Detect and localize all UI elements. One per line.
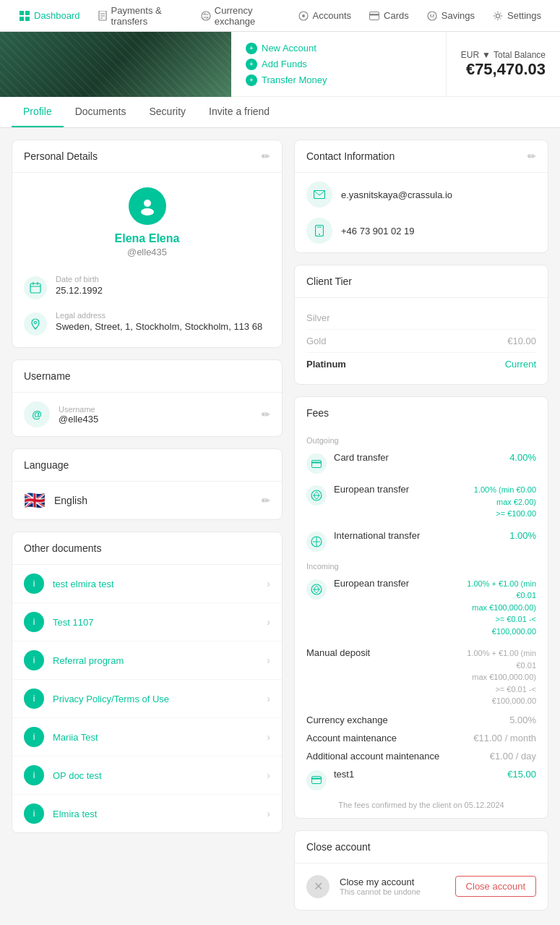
tier-gold-amount: €10.00 xyxy=(507,336,536,346)
doc-item-5[interactable]: i OP doc test › xyxy=(12,756,282,795)
fees-title: Fees xyxy=(306,407,329,419)
fee-manual-deposit: Manual deposit 1.00% + €1.00 (min €0.01 … xyxy=(306,647,536,707)
address-row: Legal address Sweden, Street, 1, Stockho… xyxy=(24,311,270,336)
personal-details-header: Personal Details ✏ xyxy=(12,140,282,173)
right-column: Contact Information ✏ e.yasnitskaya@cras… xyxy=(294,140,548,911)
phone-value: +46 73 901 02 19 xyxy=(341,226,415,236)
doc-chevron-1: › xyxy=(267,616,270,628)
doc-icon-4: i xyxy=(24,727,44,747)
language-header: Language xyxy=(12,449,282,482)
contact-info-header: Contact Information ✏ xyxy=(295,140,548,173)
tab-profile[interactable]: Profile xyxy=(12,97,64,127)
svg-point-18 xyxy=(141,208,154,216)
phone-row: +46 73 901 02 19 xyxy=(306,218,536,244)
fee-additional-amount: €1.00 / day xyxy=(490,751,536,762)
doc-item-1[interactable]: i Test 1107 › xyxy=(12,603,282,641)
dob-info: Date of birth 25.12.1992 xyxy=(56,275,103,296)
fee-european-in-name: European transfer xyxy=(334,578,442,589)
add-funds-icon: + xyxy=(246,59,257,70)
tab-documents[interactable]: Documents xyxy=(64,97,138,127)
banner-quick-actions: + New Account + Add Funds + Transfer Mon… xyxy=(231,32,446,97)
fee-additional-maintenance: Additional account maintenance €1.00 / d… xyxy=(306,751,536,762)
dob-label: Date of birth xyxy=(56,275,103,284)
fee-intl-name: International transfer xyxy=(334,530,442,541)
fee-european-out-amount: 1.00% (min €0.00 max €2.00) >= €100.00 xyxy=(449,484,536,520)
doc-item-4[interactable]: i Mariia Test › xyxy=(12,718,282,756)
svg-rect-2 xyxy=(20,17,24,21)
incoming-label: Incoming xyxy=(306,562,536,571)
email-row: e.yasnitskaya@crassula.io xyxy=(306,182,536,208)
fee-manual-amount: 1.00% + €1.00 (min €0.01 max €100,000.00… xyxy=(449,647,536,707)
profile-tabs: Profile Documents Security Invite a frie… xyxy=(0,97,560,128)
svg-point-10 xyxy=(302,14,305,17)
calendar-icon xyxy=(24,276,47,299)
fee-maintenance-amount: €11.00 / month xyxy=(473,733,536,743)
svg-point-15 xyxy=(433,14,434,16)
nav-cards[interactable]: Cards xyxy=(361,6,416,26)
username-header: Username xyxy=(12,360,282,393)
language-title: Language xyxy=(24,459,69,471)
username-card: Username @ Username @elle435 ✏ xyxy=(12,359,283,437)
tab-invite[interactable]: Invite a friend xyxy=(197,97,281,127)
new-account-action[interactable]: + New Account xyxy=(246,43,431,54)
close-account-section-title: Close account xyxy=(306,841,371,853)
doc-chevron-4: › xyxy=(267,731,270,743)
at-icon: @ xyxy=(24,401,50,427)
nav-cards-label: Cards xyxy=(384,10,409,21)
nav-settings[interactable]: Settings xyxy=(485,6,548,26)
doc-item-2[interactable]: i Referral program › xyxy=(12,641,282,680)
new-account-label: New Account xyxy=(262,43,316,54)
svg-rect-0 xyxy=(20,11,24,15)
fee-intl-amount: 1.00% xyxy=(449,530,536,541)
svg-rect-28 xyxy=(312,460,322,467)
username-edit-icon[interactable]: ✏ xyxy=(262,409,270,420)
doc-chevron-5: › xyxy=(267,770,270,781)
contact-edit-icon[interactable]: ✏ xyxy=(527,150,536,162)
other-documents-title: Other documents xyxy=(24,542,101,554)
add-funds-action[interactable]: + Add Funds xyxy=(246,59,431,70)
close-account-title: Close my account xyxy=(340,877,445,887)
tier-body: Silver Gold €10.00 Platinum Current xyxy=(295,298,548,384)
tier-gold-name: Gold xyxy=(306,336,326,346)
close-account-button[interactable]: Close account xyxy=(455,876,536,897)
fee-manual-name: Manual deposit xyxy=(306,647,370,707)
nav-currency[interactable]: Currency exchange xyxy=(194,1,288,31)
doc-icon-3: i xyxy=(24,689,44,709)
language-edit-icon[interactable]: ✏ xyxy=(262,495,270,506)
eu-fee-icon-out xyxy=(306,485,327,506)
add-funds-label: Add Funds xyxy=(262,59,307,69)
nav-accounts[interactable]: Accounts xyxy=(290,6,358,26)
documents-list: i test elmira test › i Test 1107 › i Ref… xyxy=(12,565,282,832)
doc-item-3[interactable]: i Privacy Policy/Terms of Use › xyxy=(12,680,282,718)
account-icon xyxy=(298,10,309,22)
phone-icon xyxy=(306,218,332,244)
nav-dashboard[interactable]: Dashboard xyxy=(12,6,87,26)
tab-security[interactable]: Security xyxy=(138,97,198,127)
language-name: English xyxy=(54,495,253,506)
nav-settings-label: Settings xyxy=(507,10,541,21)
doc-item-6[interactable]: i Elmira test › xyxy=(12,795,282,832)
doc-icon-1: i xyxy=(24,612,44,632)
fees-note: The fees confirmed by the client on 05.1… xyxy=(306,801,536,809)
fee-card-transfer-name: Card transfer xyxy=(334,452,442,463)
close-account-subtitle: This cannot be undone xyxy=(340,887,445,896)
doc-item-0[interactable]: i test elmira test › xyxy=(12,565,282,603)
client-tier-card: Client Tier Silver Gold €10.00 Platinum … xyxy=(294,265,548,385)
exchange-icon xyxy=(201,10,211,22)
total-balance-section: EUR ▼ Total Balance €75,470.03 xyxy=(446,32,560,97)
nav-savings[interactable]: Savings xyxy=(419,6,482,26)
doc-name-3: Privacy Policy/Terms of Use xyxy=(53,694,258,704)
user-name: Elena Elena xyxy=(115,232,180,245)
personal-details-edit-icon[interactable]: ✏ xyxy=(262,150,270,162)
email-icon xyxy=(306,182,332,208)
transfer-money-icon: + xyxy=(246,74,257,86)
fee-european-transfer-out: European transfer 1.00% (min €0.00 max €… xyxy=(306,484,536,520)
nav-payments[interactable]: Payments & transfers xyxy=(90,1,191,31)
transfer-money-action[interactable]: + Transfer Money xyxy=(246,74,431,86)
user-handle: @elle435 xyxy=(127,247,167,257)
svg-point-23 xyxy=(34,321,37,324)
dob-value: 25.12.1992 xyxy=(56,285,103,296)
personal-details-title: Personal Details xyxy=(24,150,98,162)
svg-point-17 xyxy=(144,200,151,207)
username-title: Username xyxy=(24,370,71,382)
